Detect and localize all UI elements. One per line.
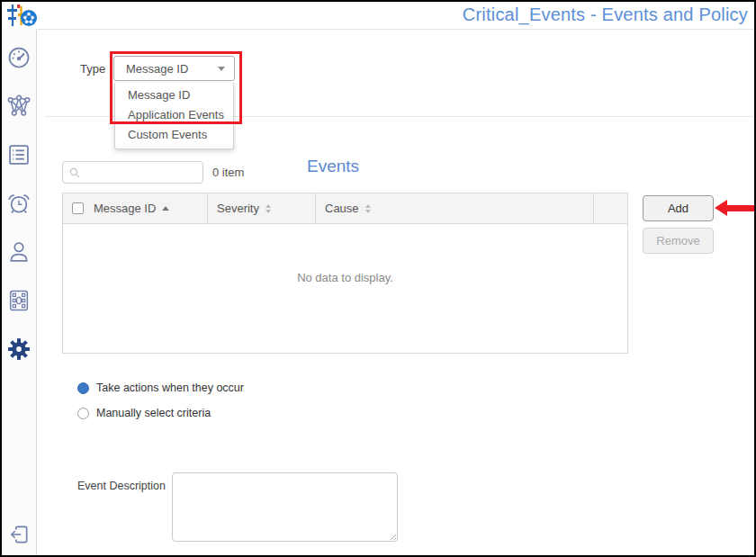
sort-ascending-icon: [162, 206, 169, 211]
search-box: [62, 161, 203, 184]
type-label: Type: [80, 62, 105, 76]
dropdown-option-custom-events[interactable]: Custom Events: [115, 125, 233, 145]
event-list-icon[interactable]: [5, 141, 32, 168]
sort-toggle-icon: [365, 204, 371, 213]
add-button[interactable]: Add: [643, 195, 714, 221]
event-description-label: Event Description: [77, 480, 166, 492]
column-header-cause[interactable]: Cause: [316, 193, 594, 223]
column-label: Message ID: [94, 202, 156, 215]
sort-toggle-icon: [266, 204, 271, 213]
main-content: Type Message ID Message ID Application E…: [38, 29, 754, 555]
type-dropdown-menu: Message ID Application Events Custom Eve…: [114, 83, 234, 149]
logout-icon[interactable]: [5, 521, 32, 548]
search-input[interactable]: [81, 162, 202, 183]
remove-button[interactable]: Remove: [643, 228, 714, 254]
page-title: Critical_Events - Events and Policy: [463, 4, 748, 25]
radio-unselected-icon[interactable]: [77, 408, 89, 419]
dropdown-option-message-id[interactable]: Message ID: [115, 85, 233, 105]
event-description-input[interactable]: [172, 472, 398, 542]
radio-selected-icon[interactable]: [77, 382, 89, 394]
item-count: 0 item: [212, 166, 244, 179]
app-logo-icon: [6, 4, 37, 31]
radio-take-actions[interactable]: Take actions when they occur: [77, 382, 244, 394]
radio-label: Manually select criteria: [96, 407, 211, 419]
radio-manually-select[interactable]: Manually select criteria: [77, 407, 211, 419]
device-chip-icon[interactable]: [5, 287, 32, 314]
column-header-severity[interactable]: Severity: [208, 193, 316, 223]
alarm-clock-icon[interactable]: [5, 190, 32, 217]
top-bar: Critical_Events - Events and Policy: [2, 2, 754, 29]
events-table: Message ID Severity Cause No data to dis…: [62, 193, 628, 354]
column-header-empty: [594, 193, 627, 223]
user-icon[interactable]: [5, 238, 32, 265]
column-header-message-id[interactable]: Message ID: [63, 193, 208, 223]
empty-table-message: No data to display.: [297, 271, 393, 284]
dropdown-option-application-events[interactable]: Application Events: [115, 105, 233, 125]
sidebar-nav: [2, 29, 37, 555]
radio-label: Take actions when they occur: [96, 382, 244, 394]
topology-network-icon[interactable]: [5, 93, 32, 120]
column-label: Cause: [325, 202, 359, 215]
dashboard-gauge-icon[interactable]: [5, 44, 32, 71]
table-body: No data to display.: [63, 224, 627, 354]
type-select-value: Message ID: [126, 62, 218, 76]
pointer-arrow-icon: [715, 200, 754, 217]
search-icon: [68, 166, 81, 179]
app-window: Critical_Events - Events and Policy: [0, 0, 756, 557]
chevron-down-icon: [218, 67, 225, 71]
select-all-checkbox[interactable]: [72, 202, 84, 214]
settings-gear-icon[interactable]: [5, 336, 32, 363]
table-header-row: Message ID Severity Cause: [63, 193, 627, 224]
column-label: Severity: [217, 202, 259, 215]
type-select[interactable]: Message ID: [113, 56, 235, 81]
